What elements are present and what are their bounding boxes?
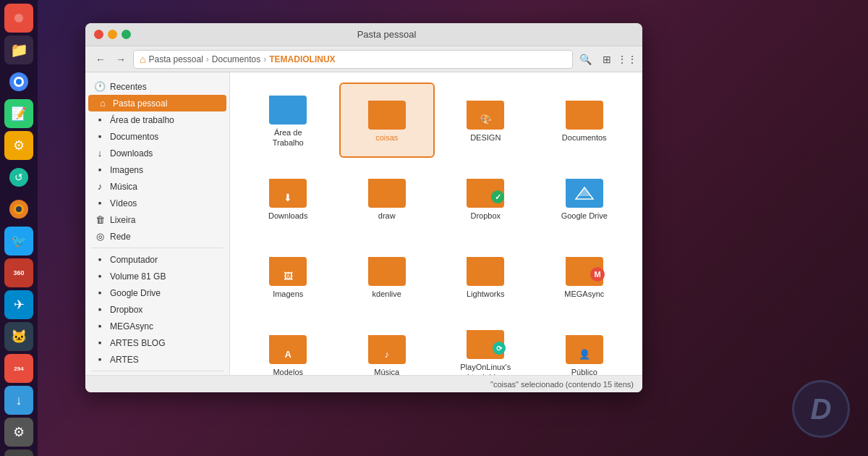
file-item-publico[interactable]: 👤 Público bbox=[538, 318, 631, 375]
file-item-dropbox[interactable]: ✓ Dropbox bbox=[439, 162, 532, 235]
file-item-downloads[interactable]: ⬇ Downloads bbox=[242, 162, 335, 235]
file-name-mega: MEGAsync bbox=[564, 289, 604, 299]
system-icon[interactable]: ⚙ bbox=[4, 418, 33, 447]
twitter-icon[interactable]: 🐦 bbox=[4, 227, 33, 256]
sidebar-item-mega[interactable]: ▪ MEGAsync bbox=[85, 318, 229, 334]
file-name-imagens: Imagens bbox=[273, 289, 303, 299]
downloads-icon: ↓ bbox=[94, 148, 106, 159]
search-button[interactable]: 🔍 bbox=[576, 50, 595, 69]
file-item-gdrive[interactable]: Google Drive bbox=[538, 162, 631, 235]
sidebar-item-artes[interactable]: ▪ ARTES bbox=[85, 351, 229, 368]
sidebar-divider-2 bbox=[91, 371, 224, 371]
file-item-modelos[interactable]: A Modelos bbox=[242, 318, 335, 375]
file-item-imagens[interactable]: 🖼 Imagens bbox=[242, 240, 335, 313]
evernote-icon[interactable]: 📝 bbox=[4, 99, 33, 128]
file-item-kdenlive[interactable]: kdenlive bbox=[341, 240, 434, 313]
folder-icon-documentos bbox=[566, 98, 603, 130]
file-name-kdenlive: kdenlive bbox=[373, 289, 401, 299]
sidebar-item-videos[interactable]: ▪ Vídeos bbox=[85, 195, 229, 211]
file-name-playonlinux: PlayOnLinux's virtual drives bbox=[456, 362, 514, 375]
sidebar-divider-1 bbox=[91, 248, 224, 248]
sidebar-item-recentes[interactable]: 🕐 Recentes bbox=[85, 78, 229, 95]
firefox-icon[interactable] bbox=[4, 195, 33, 224]
sidebar: 🕐 Recentes ⌂ Pasta pessoal ▪ Área de tra… bbox=[85, 72, 230, 375]
file-item-musica[interactable]: ♪ Música bbox=[341, 318, 434, 375]
sidebar-item-musica[interactable]: ♪ Música bbox=[85, 178, 229, 195]
cat-icon[interactable]: 🐱 bbox=[4, 322, 33, 351]
file-manager-window: Pasta pessoal ← → ⌂ Pasta pessoal › Docu… bbox=[85, 23, 642, 392]
settings-icon[interactable]: ⚙ bbox=[4, 131, 33, 160]
sidebar-item-rede[interactable]: ◎ Rede bbox=[85, 228, 229, 245]
folder-icon-musica: ♪ bbox=[368, 332, 406, 364]
folder-icon-design: 🎨 bbox=[467, 98, 504, 130]
watermark-logo: D bbox=[792, 380, 850, 438]
breadcrumb-home-label[interactable]: Pasta pessoal bbox=[148, 54, 203, 64]
list-view-button[interactable]: ⊞ bbox=[597, 50, 616, 69]
rede-icon: ◎ bbox=[94, 231, 106, 242]
folder-icon-gdrive bbox=[566, 176, 603, 208]
download-icon[interactable]: ↓ bbox=[4, 386, 33, 415]
forward-button[interactable]: → bbox=[111, 50, 130, 69]
folder-icon-publico: 👤 bbox=[566, 332, 603, 364]
toolbar: ← → ⌂ Pasta pessoal › Documentos › TEMAD… bbox=[85, 46, 642, 72]
sidebar-item-documentos[interactable]: ▪ Documentos bbox=[85, 128, 229, 145]
vm-icon[interactable]: ⬛ bbox=[4, 449, 33, 456]
file-item-lightworks[interactable]: Lightworks bbox=[439, 240, 532, 313]
close-button[interactable] bbox=[94, 30, 103, 39]
sidebar-item-artes-blog[interactable]: ▪ ARTES BLOG bbox=[85, 334, 229, 351]
titlebar: Pasta pessoal bbox=[85, 23, 642, 46]
gdrive-icon: ▪ bbox=[94, 287, 106, 298]
chrome-icon[interactable] bbox=[4, 67, 33, 96]
sidebar-item-gdrive[interactable]: ▪ Google Drive bbox=[85, 284, 229, 301]
sidebar-item-pasta-pessoal[interactable]: ⌂ Pasta pessoal bbox=[88, 95, 226, 111]
badge-icon[interactable]: 294 bbox=[4, 354, 33, 383]
sidebar-item-volume[interactable]: ▪ Volume 81 GB bbox=[85, 268, 229, 284]
svg-text:⟳: ⟳ bbox=[496, 345, 503, 352]
home-icon: ⌂ bbox=[140, 54, 145, 65]
360-icon[interactable]: 360 bbox=[4, 258, 33, 287]
telegram-icon[interactable]: ✈ bbox=[4, 290, 33, 319]
musica-icon: ♪ bbox=[94, 181, 106, 192]
breadcrumb-current[interactable]: TEMADIOLINUX bbox=[269, 54, 335, 64]
window-controls bbox=[94, 30, 131, 39]
sidebar-item-downloads[interactable]: ↓ Downloads bbox=[85, 145, 229, 161]
sidebar-item-desktop[interactable]: ▪ Área de trabalho bbox=[85, 111, 229, 128]
file-item-design[interactable]: 🎨 DESIGN bbox=[439, 84, 532, 156]
imagens-icon: ▪ bbox=[94, 164, 106, 175]
mega-icon: ▪ bbox=[94, 321, 106, 332]
artes-icon: ▪ bbox=[94, 354, 106, 365]
sidebar-item-dropbox[interactable]: ▪ Dropbox bbox=[85, 301, 229, 318]
file-item-draw[interactable]: draw bbox=[341, 162, 434, 235]
computador-icon: ▪ bbox=[94, 254, 106, 265]
folder-icon-dropbox: ✓ bbox=[467, 176, 504, 208]
folder-icon-coisas bbox=[368, 98, 406, 130]
folder-icon-draw bbox=[368, 176, 406, 208]
folder-icon-lightworks bbox=[467, 254, 504, 286]
breadcrumb-documentos[interactable]: Documentos bbox=[212, 54, 260, 64]
grid-view-button[interactable]: ⋮⋮ bbox=[618, 50, 637, 69]
svg-point-9 bbox=[16, 206, 22, 212]
file-item-area-trabalho[interactable]: Área de Trabalho bbox=[242, 84, 335, 156]
status-text: "coisas" selecionado (contendo 15 itens) bbox=[490, 380, 634, 389]
file-item-documentos[interactable]: Documentos bbox=[538, 84, 631, 156]
file-item-coisas[interactable]: coisas bbox=[341, 84, 434, 156]
file-name-modelos: Modelos bbox=[273, 367, 303, 375]
sidebar-item-imagens[interactable]: ▪ Imagens bbox=[85, 161, 229, 178]
file-item-mega[interactable]: M MEGAsync bbox=[538, 240, 631, 313]
sidebar-item-lixeira[interactable]: 🗑 Lixeira bbox=[85, 211, 229, 228]
ubuntu-icon[interactable] bbox=[4, 4, 33, 33]
file-item-playonlinux[interactable]: ⟳ PlayOnLinux's virtual drives bbox=[439, 318, 532, 375]
sync-icon[interactable]: ↺ bbox=[4, 163, 33, 192]
artes-blog-icon: ▪ bbox=[94, 337, 106, 348]
minimize-button[interactable] bbox=[108, 30, 117, 39]
sidebar-item-computador[interactable]: ▪ Computador bbox=[85, 251, 229, 268]
back-button[interactable]: ← bbox=[91, 50, 110, 69]
desktop-icon: ▪ bbox=[94, 114, 106, 125]
svg-text:✓: ✓ bbox=[495, 193, 501, 201]
files-icon[interactable]: 📁 bbox=[4, 35, 33, 64]
maximize-button[interactable] bbox=[122, 30, 131, 39]
folder-icon-imagens: 🖼 bbox=[269, 254, 307, 286]
file-area: Área de Trabalho coisas 🎨 DESIGN bbox=[230, 72, 642, 375]
folder-icon-downloads: ⬇ bbox=[269, 176, 307, 208]
file-name-draw: draw bbox=[378, 211, 396, 221]
